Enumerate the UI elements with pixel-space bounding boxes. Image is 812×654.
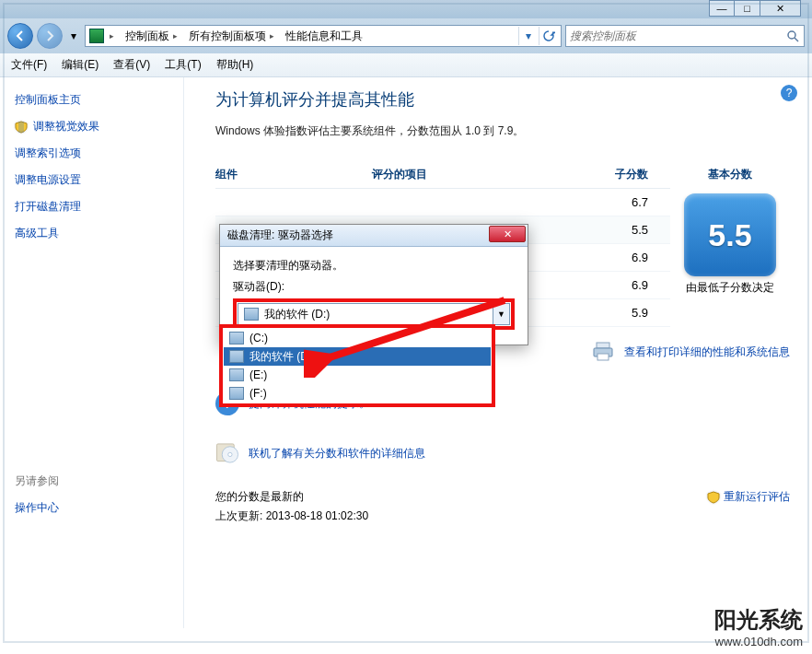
drive-option-e[interactable]: (E:) — [224, 366, 491, 384]
base-score-tile: 5.5 — [684, 193, 776, 276]
svg-rect-4 — [597, 354, 609, 360]
col-subscore: 子分数 — [606, 167, 670, 182]
sidebar-item-action-center[interactable]: 操作中心 — [15, 495, 183, 521]
rerun-link[interactable]: 重新运行评估 — [707, 489, 790, 505]
combobox-dropdown-button[interactable]: ▼ — [493, 304, 509, 324]
address-icon — [89, 29, 104, 43]
refresh-button[interactable] — [539, 27, 557, 45]
menu-help[interactable]: 帮助(H) — [211, 53, 260, 76]
page-title: 为计算机评分并提高其性能 — [215, 88, 790, 111]
window-controls: — □ ✕ — [709, 0, 801, 17]
nav-history-dropdown[interactable]: ▾ — [66, 26, 81, 46]
dialog-title: 磁盘清理: 驱动器选择 — [227, 228, 333, 243]
dialog-titlebar[interactable]: 磁盘清理: 驱动器选择 ✕ — [220, 225, 528, 247]
drive-icon — [229, 350, 244, 363]
breadcrumb-all-items[interactable]: 所有控制面板项▸ — [185, 29, 280, 44]
close-button[interactable]: ✕ — [760, 0, 801, 17]
drive-icon — [244, 308, 259, 321]
menu-tools[interactable]: 工具(T) — [159, 53, 206, 76]
nav-back-button[interactable] — [7, 23, 33, 49]
score-table-header: 组件 评分的项目 子分数 — [215, 161, 670, 189]
breadcrumb-performance[interactable]: 性能信息和工具 — [282, 29, 368, 44]
sidebar-item-home[interactable]: 控制面板主页 — [15, 87, 183, 113]
sidebar-item-power[interactable]: 调整电源设置 — [15, 167, 183, 193]
drive-option-c[interactable]: (C:) — [224, 329, 491, 347]
status-line2: 上次更新: 2013-08-18 01:02:30 — [215, 508, 790, 524]
watermark-text: 阳光系统 — [714, 605, 803, 635]
menu-file[interactable]: 文件(F) — [6, 53, 52, 76]
shield-icon — [707, 491, 720, 504]
drive-option-d[interactable]: 我的软件 (D:) — [224, 347, 491, 366]
base-score-caption: 由最低子分数决定 — [670, 280, 790, 296]
svg-rect-2 — [597, 343, 609, 348]
nav-forward-button[interactable] — [37, 23, 63, 49]
drive-selected: 我的软件 (D:) — [264, 307, 330, 322]
printer-icon — [591, 340, 615, 364]
disc-icon — [215, 441, 239, 465]
breadcrumb-root[interactable]: ▸ — [106, 31, 120, 41]
online-row: 联机了解有关分数和软件的详细信息 — [215, 441, 790, 465]
col-item: 评分的项目 — [372, 167, 606, 182]
watermark-url: www.010dh.com — [714, 635, 803, 648]
col-component: 组件 — [215, 167, 372, 182]
titlebar: — □ ✕ — [0, 0, 812, 18]
drive-combobox[interactable]: 我的软件 (D:) ▼ — [238, 303, 510, 325]
search-input[interactable] — [570, 29, 782, 42]
print-details-link[interactable]: 查看和打印详细的性能和系统信息 — [624, 345, 790, 360]
drive-option-f[interactable]: (F:) — [224, 384, 491, 403]
search-icon — [785, 29, 800, 43]
sidebar-item-disk-cleanup[interactable]: 打开磁盘清理 — [15, 193, 183, 220]
svg-point-7 — [228, 452, 232, 456]
online-info-link[interactable]: 联机了解有关分数和软件的详细信息 — [249, 446, 425, 461]
menu-view[interactable]: 查看(V) — [108, 53, 156, 76]
drive-icon — [229, 387, 244, 400]
page-description: Windows 体验指数评估主要系统组件，分数范围从 1.0 到 7.9。 — [215, 123, 790, 139]
minimize-button[interactable]: — — [709, 0, 735, 17]
status-block: 重新运行评估 您的分数是最新的 上次更新: 2013-08-18 01:02:3… — [215, 489, 790, 524]
drive-icon — [229, 368, 244, 381]
shield-icon — [15, 121, 28, 134]
help-button[interactable]: ? — [781, 85, 797, 101]
base-score-label: 基本分数 — [670, 161, 790, 188]
sidebar-item-advanced[interactable]: 高级工具 — [15, 220, 183, 247]
search-box[interactable] — [565, 25, 805, 47]
sidebar-item-visual-effects[interactable]: 调整视觉效果 — [15, 113, 183, 140]
breadcrumb-control-panel[interactable]: 控制面板▸ — [122, 29, 183, 44]
svg-line-1 — [795, 38, 798, 41]
status-line1: 您的分数是最新的 — [215, 489, 790, 505]
dialog-close-button[interactable]: ✕ — [489, 226, 526, 242]
drive-icon — [229, 332, 244, 345]
address-dropdown[interactable]: ▾ — [518, 27, 537, 45]
drive-dropdown-list: (C:) 我的软件 (D:) (E:) (F:) — [219, 324, 495, 407]
dialog-prompt: 选择要清理的驱动器。 — [233, 258, 515, 274]
dialog-drives-label: 驱动器(D): — [233, 279, 515, 295]
svg-point-0 — [788, 31, 795, 39]
watermark: 阳光系统 www.010dh.com — [714, 605, 803, 648]
menu-edit[interactable]: 编辑(E) — [56, 53, 104, 76]
menubar: 文件(F) 编辑(E) 查看(V) 工具(T) 帮助(H) — [0, 53, 812, 77]
table-row: 6.7 — [215, 189, 670, 216]
nav-toolbar: ▾ ▸ 控制面板▸ 所有控制面板项▸ 性能信息和工具 ▾ — [0, 18, 812, 53]
sidebar-seealso-header: 另请参阅 — [15, 468, 183, 495]
maximize-button[interactable]: □ — [735, 0, 760, 17]
sidebar-item-indexing[interactable]: 调整索引选项 — [15, 140, 183, 167]
sidebar: 控制面板主页 调整视觉效果 调整索引选项 调整电源设置 打开磁盘清理 高级工具 … — [0, 77, 184, 628]
address-bar[interactable]: ▸ 控制面板▸ 所有控制面板项▸ 性能信息和工具 ▾ — [85, 25, 562, 47]
